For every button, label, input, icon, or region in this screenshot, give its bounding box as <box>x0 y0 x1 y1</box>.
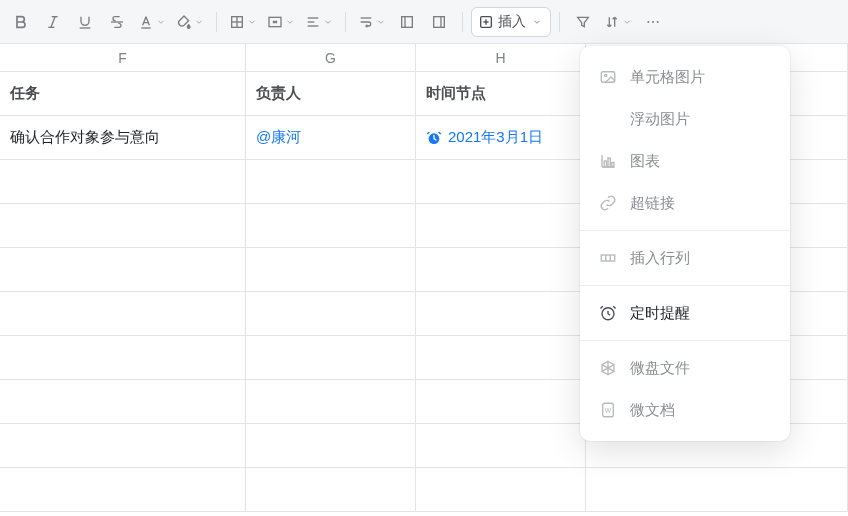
more-button[interactable] <box>638 7 668 37</box>
menu-label: 微文档 <box>630 401 675 420</box>
menu-weipan-file[interactable]: 微盘文件 <box>580 347 790 389</box>
menu-cell-image[interactable]: 单元格图片 <box>580 56 790 98</box>
text-wrap-button[interactable] <box>354 7 390 37</box>
header-cell-task[interactable]: 任务 <box>0 72 246 115</box>
insert-dropdown-menu: 单元格图片 浮动图片 图表 超链接 插入行列 定时提醒 微盘文件 W 微文档 <box>580 46 790 441</box>
cell-empty[interactable] <box>416 424 586 467</box>
column-header-H[interactable]: H <box>416 44 586 71</box>
svg-line-2 <box>51 16 55 27</box>
insert-button[interactable]: 插入 <box>471 7 551 37</box>
cell-empty[interactable] <box>0 336 246 379</box>
chevron-down-icon <box>283 17 297 27</box>
svg-rect-27 <box>604 161 606 167</box>
svg-point-21 <box>647 21 649 23</box>
cell-empty[interactable] <box>0 292 246 335</box>
cell-empty[interactable] <box>246 336 416 379</box>
menu-label: 图表 <box>630 152 660 171</box>
cell-empty[interactable] <box>246 204 416 247</box>
menu-label: 单元格图片 <box>630 68 705 87</box>
chevron-down-icon <box>530 17 544 27</box>
freeze-left-button[interactable] <box>392 7 422 37</box>
toolbar: 插入 <box>0 0 848 44</box>
cell-empty[interactable] <box>0 248 246 291</box>
strikethrough-button[interactable] <box>102 7 132 37</box>
cell-empty[interactable] <box>0 204 246 247</box>
menu-separator <box>580 230 790 231</box>
chevron-down-icon <box>154 17 168 27</box>
cell-empty[interactable] <box>246 248 416 291</box>
cell-empty[interactable] <box>246 160 416 203</box>
cell-empty[interactable] <box>0 468 246 511</box>
menu-float-image[interactable]: 浮动图片 <box>580 98 790 140</box>
cell-empty[interactable] <box>246 424 416 467</box>
menu-hyperlink[interactable]: 超链接 <box>580 182 790 224</box>
insert-label: 插入 <box>498 13 526 31</box>
chevron-down-icon <box>620 17 634 27</box>
cell-empty[interactable] <box>416 160 586 203</box>
cell-empty[interactable] <box>416 380 586 423</box>
date-text: 2021年3月1日 <box>448 128 543 147</box>
chevron-down-icon <box>374 17 388 27</box>
chart-icon <box>598 152 618 170</box>
chevron-down-icon <box>245 17 259 27</box>
underline-button[interactable] <box>70 7 100 37</box>
cell-empty[interactable] <box>586 468 848 511</box>
cell-empty[interactable] <box>416 468 586 511</box>
menu-chart[interactable]: 图表 <box>580 140 790 182</box>
cell-empty[interactable] <box>416 336 586 379</box>
toolbar-separator <box>462 12 463 32</box>
cell-empty[interactable] <box>246 292 416 335</box>
menu-separator <box>580 285 790 286</box>
menu-timed-reminder[interactable]: 定时提醒 <box>580 292 790 334</box>
column-header-F[interactable]: F <box>0 44 246 71</box>
header-cell-owner[interactable]: 负责人 <box>246 72 416 115</box>
plus-square-icon <box>478 14 494 30</box>
menu-label: 浮动图片 <box>630 110 690 129</box>
freeze-right-button[interactable] <box>424 7 454 37</box>
cell-empty[interactable] <box>0 424 246 467</box>
borders-button[interactable] <box>225 7 261 37</box>
text-color-button[interactable] <box>134 7 170 37</box>
header-cell-time[interactable]: 时间节点 <box>416 72 586 115</box>
date-chip[interactable]: 2021年3月1日 <box>426 128 543 147</box>
menu-separator <box>580 340 790 341</box>
menu-label: 微盘文件 <box>630 359 690 378</box>
cell-date[interactable]: 2021年3月1日 <box>416 116 586 159</box>
cell-empty[interactable] <box>246 468 416 511</box>
merge-cells-button[interactable] <box>263 7 299 37</box>
svg-rect-28 <box>608 158 610 167</box>
bold-button[interactable] <box>6 7 36 37</box>
mention-link[interactable]: @康河 <box>256 128 301 147</box>
cell-empty[interactable] <box>0 380 246 423</box>
weidoc-icon: W <box>598 401 618 419</box>
cell-empty[interactable] <box>246 380 416 423</box>
cell-empty[interactable] <box>0 160 246 203</box>
rows-cols-icon <box>598 249 618 267</box>
weipan-file-icon <box>598 359 618 377</box>
cell-empty[interactable] <box>416 204 586 247</box>
toolbar-separator <box>559 12 560 32</box>
menu-label: 超链接 <box>630 194 675 213</box>
table-row <box>0 468 848 512</box>
filter-button[interactable] <box>568 7 598 37</box>
italic-button[interactable] <box>38 7 68 37</box>
menu-weidoc[interactable]: W 微文档 <box>580 389 790 431</box>
svg-point-22 <box>652 21 654 23</box>
menu-label: 定时提醒 <box>630 304 690 323</box>
column-header-G[interactable]: G <box>246 44 416 71</box>
menu-insert-rows-cols[interactable]: 插入行列 <box>580 237 790 279</box>
sort-button[interactable] <box>600 7 636 37</box>
svg-text:W: W <box>605 407 612 414</box>
svg-point-26 <box>605 74 607 76</box>
alignment-button[interactable] <box>301 7 337 37</box>
cell-owner[interactable]: @康河 <box>246 116 416 159</box>
svg-rect-30 <box>601 255 615 261</box>
cell-empty[interactable] <box>416 292 586 335</box>
svg-rect-16 <box>434 16 445 27</box>
cell-empty[interactable] <box>416 248 586 291</box>
svg-point-23 <box>657 21 659 23</box>
cell-task[interactable]: 确认合作对象参与意向 <box>0 116 246 159</box>
menu-label: 插入行列 <box>630 249 690 268</box>
toolbar-separator <box>345 12 346 32</box>
fill-color-button[interactable] <box>172 7 208 37</box>
